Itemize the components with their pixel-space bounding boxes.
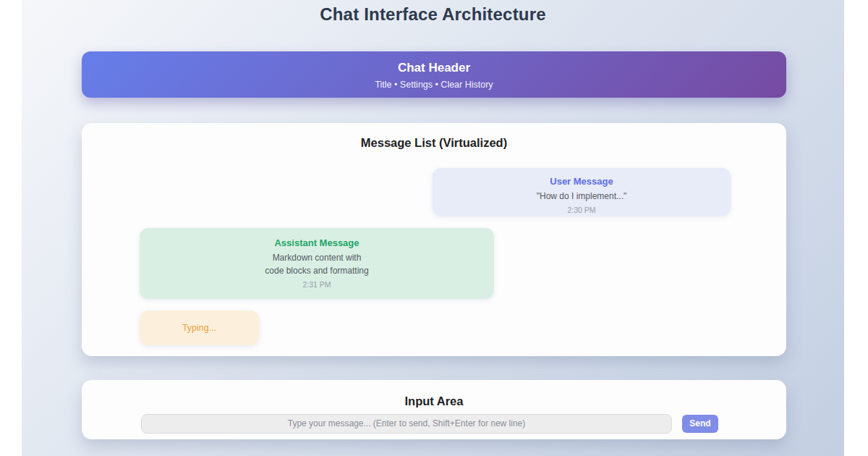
assistant-message-text-line2: code blocks and formatting bbox=[140, 266, 494, 276]
user-message-title: User Message bbox=[433, 176, 731, 187]
assistant-message-bubble: Assistant Message Markdown content with … bbox=[140, 228, 494, 299]
assistant-message-text-line1: Markdown content with bbox=[140, 253, 494, 263]
user-message-text: "How do I implement..." bbox=[433, 191, 731, 201]
input-area-card: Input Area Send bbox=[82, 380, 786, 439]
message-list-heading: Message List (Virtualized) bbox=[82, 136, 786, 150]
assistant-message-title: Assistant Message bbox=[140, 237, 494, 248]
input-row: Send bbox=[141, 413, 728, 434]
user-message-bubble: User Message "How do I implement..." 2:3… bbox=[433, 168, 731, 216]
page-background: Chat Interface Architecture Chat Header … bbox=[22, 0, 844, 456]
page-title: Chat Interface Architecture bbox=[22, 4, 844, 25]
typing-indicator-label: Typing... bbox=[182, 323, 216, 333]
send-button[interactable]: Send bbox=[682, 415, 718, 433]
message-list-card: Message List (Virtualized) User Message … bbox=[82, 123, 786, 356]
message-input[interactable] bbox=[141, 414, 672, 434]
chat-header-title: Chat Header bbox=[82, 61, 786, 75]
chat-header-bar: Chat Header Title • Settings • Clear His… bbox=[82, 51, 786, 98]
typing-indicator-bubble: Typing... bbox=[140, 311, 259, 345]
input-area-heading: Input Area bbox=[82, 394, 786, 408]
assistant-message-timestamp: 2:31 PM bbox=[140, 280, 494, 289]
chat-header-subtitle: Title • Settings • Clear History bbox=[82, 80, 786, 90]
user-message-timestamp: 2:30 PM bbox=[433, 206, 731, 214]
